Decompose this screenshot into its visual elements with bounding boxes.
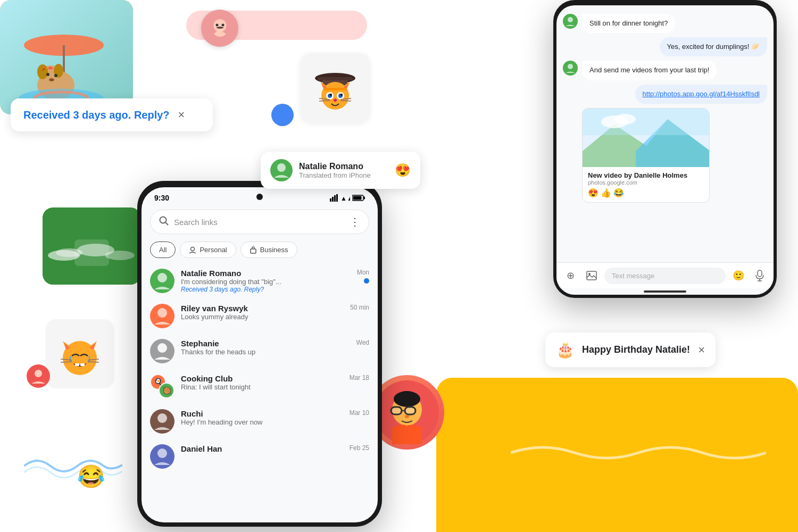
message-2: Yes, excited for dumplings! 🥟 — [563, 37, 767, 56]
message-bubble-2: Yes, excited for dumplings! 🥟 — [660, 37, 768, 56]
business-icon — [250, 246, 257, 254]
contact-name-natalie: Natalie Romano — [181, 269, 351, 278]
reaction-love: 😍 — [588, 188, 598, 198]
contact-item-riley[interactable]: Riley van Ryswyk Looks yummy already 50 … — [142, 298, 378, 334]
contact-name-cooking-club: Cooking Club — [181, 374, 343, 383]
contact-reply-prompt-natalie: Received 3 days ago. Reply? — [181, 286, 351, 293]
contact-item-stephanie[interactable]: Stephanie Thanks for the heads up Wed — [142, 334, 378, 369]
received-card-text: Received 3 days ago. Reply? — [23, 109, 170, 121]
laugh-emoji-decoration: 😂 — [77, 463, 105, 489]
cat-laugh-sticker — [45, 319, 114, 388]
tab-business[interactable]: Business — [240, 242, 297, 258]
svg-rect-36 — [332, 197, 334, 202]
contact-list: Natalie Romano I'm considering doing tha… — [142, 261, 378, 476]
blue-wave-decoration — [24, 450, 122, 481]
tab-business-label: Business — [260, 246, 288, 254]
main-phone-frame: 9:30 ▲▲ — [137, 181, 382, 527]
svg-text:▲▲: ▲▲ — [340, 195, 350, 202]
svg-point-61 — [614, 114, 636, 124]
tab-personal[interactable]: Personal — [180, 242, 236, 258]
green-media-area: ▶ — [43, 207, 141, 285]
received-card-close[interactable]: × — [178, 108, 185, 122]
battery-icon — [352, 195, 365, 201]
contact-item-daniel[interactable]: Daniel Han Feb 25 — [142, 439, 378, 474]
search-bar[interactable]: Search links ⋮ — [150, 210, 369, 234]
emoji-button[interactable]: 🙂 — [730, 267, 747, 284]
contact-meta-daniel: Feb 25 — [350, 444, 369, 452]
svg-rect-75 — [75, 363, 79, 366]
svg-point-57 — [568, 64, 573, 69]
svg-rect-28 — [323, 88, 347, 90]
status-icons: ▲▲ — [330, 194, 365, 202]
svg-point-23 — [340, 94, 343, 96]
svg-point-50 — [157, 413, 167, 423]
tab-all[interactable]: All — [150, 242, 176, 258]
attachment-icon — [586, 270, 597, 281]
personal-icon — [189, 246, 196, 254]
contact-card-subtitle: Translated from iPhone — [299, 171, 388, 179]
svg-point-45 — [191, 247, 195, 251]
message-link-bubble: http://photos.app.goo.gl/af14HsskflIsdl — [635, 85, 767, 104]
svg-rect-76 — [80, 363, 85, 366]
birthday-card: 🎂 Happy Birthday Natalie! × — [545, 332, 716, 367]
add-button[interactable]: ⊕ — [562, 267, 579, 284]
search-placeholder-text: Search links — [174, 218, 344, 227]
chat-input-placeholder: Text message — [612, 272, 654, 280]
svg-line-80 — [88, 362, 99, 362]
contact-avatar-riley — [150, 304, 174, 328]
contact-name-riley: Riley van Ryswyk — [181, 304, 344, 313]
contact-name-daniel: Daniel Han — [181, 444, 343, 453]
contact-floating-card: Natalie Romano Translated from iPhone 😍 — [261, 152, 420, 189]
contact-meta-riley: 50 min — [350, 304, 369, 311]
birthday-card-text: Happy Birthday Natalie! — [582, 344, 691, 355]
svg-point-47 — [157, 273, 167, 282]
chat-text-input[interactable]: Text message — [604, 268, 726, 284]
phone-notch — [256, 194, 263, 200]
lte-icon: ▲▲ — [340, 194, 350, 202]
svg-rect-37 — [334, 195, 336, 202]
chat-input-bar: ⊕ Text message 🙂 — [556, 262, 774, 288]
svg-rect-35 — [330, 198, 331, 202]
svg-line-27 — [340, 101, 351, 101]
contact-item-ruchi[interactable]: Ruchi Hey! I'm heading over now Mar 10 — [142, 404, 378, 439]
svg-point-48 — [157, 308, 167, 318]
reaction-thumbs-up: 👍 — [601, 188, 611, 198]
media-card: New video by Danielle Holmes photos.goog… — [582, 108, 710, 203]
chat-sender-avatar-1 — [563, 14, 578, 29]
svg-point-14 — [215, 23, 218, 26]
attachment-button[interactable] — [583, 267, 600, 284]
search-icon — [159, 216, 169, 228]
home-indicator — [644, 290, 686, 293]
small-avatar-left — [27, 364, 50, 388]
message-3: And send me videos from your last trip! — [563, 61, 767, 80]
reaction-laugh: 😂 — [613, 188, 624, 198]
svg-rect-46 — [251, 249, 256, 253]
svg-rect-71 — [405, 407, 415, 414]
svg-line-25 — [319, 101, 330, 101]
more-options-icon[interactable]: ⋮ — [350, 215, 360, 228]
message-1: Still on for dinner tonight? — [563, 14, 767, 33]
svg-point-51 — [157, 448, 167, 458]
right-phone-screen: Still on for dinner tonight? Yes, excite… — [556, 5, 774, 295]
chat-link-text: http://photos.app.goo.gl/af14HsskflIsdl — [643, 90, 760, 98]
media-card-title: New video by Danielle Holmes — [588, 171, 704, 179]
contact-avatar-ruchi — [150, 409, 174, 434]
svg-point-9 — [49, 78, 54, 81]
main-phone-screen: 9:30 ▲▲ — [142, 187, 378, 522]
contact-item-cooking-club[interactable]: 🍳 🥘 Cooking Club Rina: I will start toni… — [142, 369, 378, 404]
svg-point-49 — [157, 343, 167, 353]
svg-point-43 — [160, 217, 167, 223]
birthday-card-close[interactable]: × — [698, 343, 705, 357]
svg-rect-38 — [336, 194, 338, 202]
contact-info-stephanie: Stephanie Thanks for the heads up — [181, 339, 350, 356]
contact-time-ruchi: Mar 10 — [350, 409, 369, 417]
blue-dot-decoration — [271, 104, 294, 126]
signal-icon — [330, 194, 338, 202]
contact-preview-ruchi: Hey! I'm heading over now — [181, 418, 343, 426]
svg-point-73 — [405, 415, 409, 418]
contact-card-name: Natalie Romano — [299, 162, 388, 171]
contact-item-natalie[interactable]: Natalie Romano I'm considering doing tha… — [142, 263, 378, 298]
contact-meta-stephanie: Wed — [356, 339, 369, 346]
mic-button[interactable] — [751, 267, 768, 284]
svg-rect-41 — [364, 197, 365, 200]
